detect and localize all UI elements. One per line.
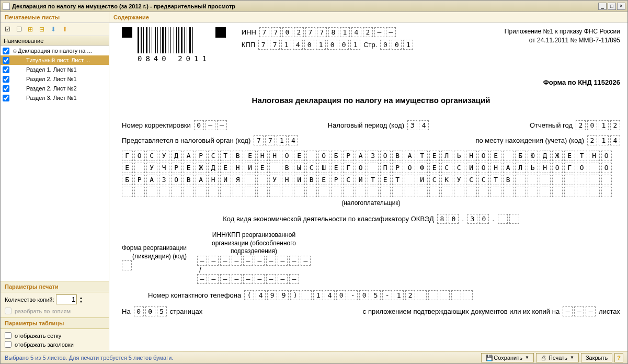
cell: У xyxy=(159,151,170,161)
cell xyxy=(134,163,145,173)
cell: 7 xyxy=(271,27,281,37)
cell: 0 xyxy=(304,40,314,50)
cell: 1 xyxy=(277,135,287,145)
tree-checkbox[interactable] xyxy=(3,95,9,101)
cell: Д xyxy=(540,151,551,161)
tree-row[interactable]: ⊖Декларация по налогу на ... xyxy=(1,46,109,55)
cell: 0 xyxy=(327,40,337,50)
show-headers-label: отображать заголовки xyxy=(15,342,74,348)
expand-all-icon[interactable]: ⊞ xyxy=(26,25,35,34)
cell: 0 xyxy=(145,306,155,316)
document-title: Налоговая декларация по налогу на имущес… xyxy=(122,96,620,105)
reorg-form-label2: (ликвидация) (код) xyxy=(122,253,187,261)
cell xyxy=(405,187,416,197)
cell: В xyxy=(184,175,195,185)
tree-checkbox[interactable] xyxy=(3,48,9,54)
cell: Е xyxy=(245,151,256,161)
cell: С xyxy=(208,151,219,161)
tree-row[interactable]: Раздел 2. Лист №1 xyxy=(1,74,109,84)
cell xyxy=(134,187,145,197)
tree-checkbox[interactable] xyxy=(3,85,9,92)
cell: С xyxy=(343,175,354,185)
save-button[interactable]: 💾Сохранить▼ xyxy=(481,353,534,362)
printer-icon: 🖨 xyxy=(541,355,547,361)
tree-checkbox[interactable] xyxy=(3,57,9,64)
cell: Б xyxy=(331,151,342,161)
uncheck-icon[interactable]: ☐ xyxy=(14,25,24,34)
cell: И xyxy=(220,175,231,185)
cell: А xyxy=(196,175,207,185)
cell: 7 xyxy=(259,27,269,37)
cell: – xyxy=(232,274,242,284)
cell: – xyxy=(289,274,299,284)
cell: И xyxy=(294,175,305,185)
tree-row[interactable]: Титульный лист. Лист ... xyxy=(1,55,109,65)
cell xyxy=(498,214,508,224)
copies-input[interactable] xyxy=(56,294,77,304)
cell: Р xyxy=(171,163,182,173)
check-icon[interactable]: ☑ xyxy=(3,25,12,34)
cell: Г xyxy=(343,163,354,173)
cell xyxy=(429,187,440,197)
barcode xyxy=(138,27,210,53)
taxpayer-name-grid: ГОСУДАРСТВЕННОЕОБРАЗОВАТЕЛЬНОЕБЮДЖЕТНОЕУ… xyxy=(122,151,620,197)
cell: С xyxy=(306,163,317,173)
close-window-button[interactable]: Закрыть xyxy=(581,353,612,362)
tree-column-header: Наименование xyxy=(1,36,109,46)
show-grid-checkbox[interactable] xyxy=(5,332,12,339)
attach-label: с приложением подтверждающих документов … xyxy=(363,308,560,315)
cell: Е xyxy=(429,163,440,173)
cell: С xyxy=(429,175,440,185)
cell: Ь xyxy=(454,151,465,161)
cell xyxy=(269,187,280,197)
cell: З xyxy=(159,175,170,185)
tree-row[interactable]: Раздел 1. Лист №1 xyxy=(1,65,109,74)
knd-code: Форма по КНД 1152026 xyxy=(122,78,620,86)
tree-checkbox[interactable] xyxy=(3,66,9,73)
cell: К xyxy=(441,175,452,185)
okved-label: Код вида экономической деятельности по к… xyxy=(223,215,434,223)
cell: С xyxy=(466,175,477,185)
cell xyxy=(441,187,452,197)
cell: 7 xyxy=(270,40,280,50)
help-button[interactable]: ? xyxy=(614,353,623,362)
arrow-up-icon[interactable]: ⬆ xyxy=(60,25,70,34)
maximize-button[interactable]: □ xyxy=(608,3,616,10)
show-headers-checkbox[interactable] xyxy=(5,341,12,348)
tree-checkbox[interactable] xyxy=(3,76,9,83)
cell: О xyxy=(601,151,612,161)
cell: И xyxy=(356,175,367,185)
arrow-down-icon[interactable]: ⬇ xyxy=(49,25,58,34)
cell: 1 xyxy=(394,290,404,300)
cell xyxy=(171,187,182,197)
collapse-all-icon[interactable]: ⊟ xyxy=(37,25,47,34)
cell: 1 xyxy=(350,40,360,50)
content-header: Содержание xyxy=(109,12,153,22)
tree-label: Раздел 2. Лист №1 xyxy=(26,76,77,82)
cell: 5 xyxy=(157,306,167,316)
cell xyxy=(196,187,207,197)
cell: Р xyxy=(134,175,145,185)
spin-up-icon[interactable]: ▲ xyxy=(79,296,83,300)
cell: – xyxy=(255,274,265,284)
cell: 4 xyxy=(293,40,303,50)
collapse-icon[interactable]: ⊖ xyxy=(12,48,18,54)
minimize-button[interactable]: _ xyxy=(598,3,607,10)
close-button[interactable]: × xyxy=(617,3,625,10)
tree-row[interactable]: Раздел 2. Лист №2 xyxy=(1,84,109,93)
print-button[interactable]: 🖨Печать▼ xyxy=(536,353,579,362)
tree-row[interactable]: Раздел 3. Лист №1 xyxy=(1,93,109,103)
spin-down-icon[interactable]: ▼ xyxy=(79,300,83,303)
cell xyxy=(380,187,391,197)
cell xyxy=(368,187,379,197)
cell: Ы xyxy=(294,163,305,173)
cell xyxy=(318,187,329,197)
cell xyxy=(463,290,473,300)
cell: О xyxy=(380,151,391,161)
cell: 7 xyxy=(258,40,268,50)
cell: В xyxy=(392,151,403,161)
sheet-tree[interactable]: ⊖Декларация по налогу на ...Титульный ли… xyxy=(1,46,109,281)
cell: – xyxy=(586,306,596,316)
cell: - xyxy=(382,290,392,300)
cell xyxy=(257,175,268,185)
